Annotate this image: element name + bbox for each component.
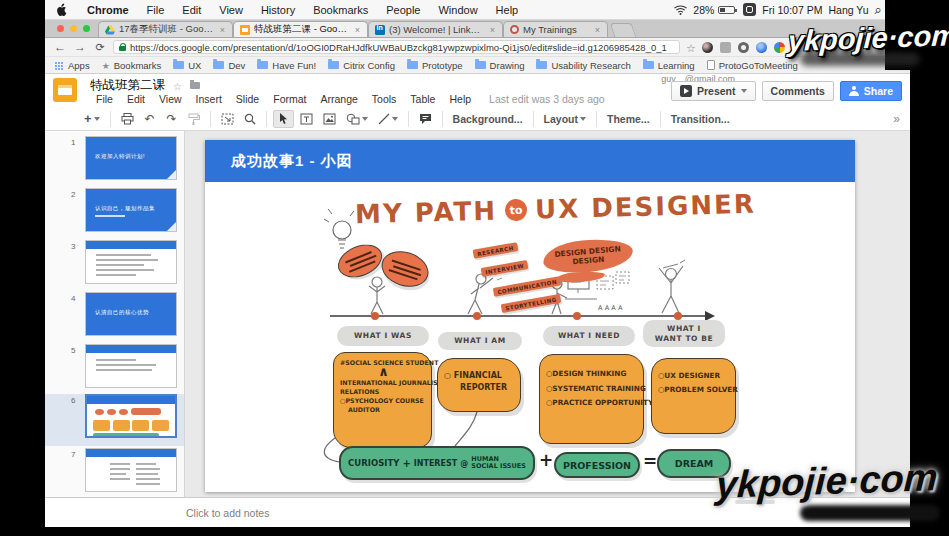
bookmark-folder-usability-research[interactable]: Usability Research xyxy=(536,60,630,71)
slide-thumbnail-2[interactable]: 认识自己，规划作品集 xyxy=(85,188,177,232)
battery-status[interactable]: 28% xyxy=(693,4,737,16)
last-edit-status[interactable]: Last edit was 3 days ago xyxy=(479,93,605,105)
menu-tools[interactable]: Tools xyxy=(366,93,403,105)
google-slides-logo[interactable] xyxy=(53,78,77,102)
theme-button[interactable]: Theme... xyxy=(603,110,654,128)
toolbar-overflow-icon[interactable] xyxy=(893,112,898,126)
slide-thumbnail-5[interactable] xyxy=(85,344,177,388)
slide-thumbnail-row[interactable]: 1 欢迎加入特训计划! xyxy=(45,136,185,186)
insert-line-button[interactable] xyxy=(374,110,402,128)
bookmark-folder-learning[interactable]: Learning xyxy=(643,60,695,71)
tab-google-slides-active[interactable]: 特战班第二课 - Google Sli × xyxy=(233,21,368,37)
bookmark-bookmarks[interactable]: Bookmarks xyxy=(102,60,162,71)
menu-slide[interactable]: Slide xyxy=(230,93,265,105)
slide-thumbnail-1[interactable]: 欢迎加入特训计划! xyxy=(85,136,177,180)
print-button[interactable] xyxy=(117,110,138,128)
background-button[interactable]: Background... xyxy=(449,110,527,128)
slide-thumbnail-4[interactable]: 认清自己的核心优势 xyxy=(85,292,177,336)
globe-extension-icon[interactable] xyxy=(756,42,767,53)
menubar-item-help[interactable]: Help xyxy=(487,4,528,16)
present-button[interactable]: Present xyxy=(671,81,756,101)
new-tab-button[interactable] xyxy=(610,23,637,37)
bookmark-folder-ux[interactable]: UX xyxy=(173,60,201,71)
zoom-window-button[interactable] xyxy=(83,25,90,32)
address-bar[interactable]: https://docs.google.com/presentation/d/1… xyxy=(113,40,680,54)
menu-table[interactable]: Table xyxy=(404,93,441,105)
tab-my-trainings[interactable]: My Trainings × xyxy=(503,21,608,37)
new-slide-button[interactable] xyxy=(80,110,104,128)
bookmark-folder-drawing[interactable]: Drawing xyxy=(475,60,525,71)
back-button[interactable] xyxy=(53,40,67,54)
select-tool-button[interactable] xyxy=(273,110,294,128)
text-box-button[interactable] xyxy=(296,110,317,128)
zoom-fit-button[interactable] xyxy=(217,110,238,128)
gear-extension-icon[interactable] xyxy=(738,42,749,53)
zoom-button[interactable] xyxy=(240,110,260,128)
slide-thumbnail-row[interactable]: 4 认清自己的核心优势 xyxy=(45,292,185,342)
menubar-item-file[interactable]: File xyxy=(138,4,174,16)
menu-file[interactable]: File xyxy=(90,93,119,105)
slide-canvas-area[interactable]: 成功故事1 - 小囡 xyxy=(185,131,910,497)
slide-thumbnail-row[interactable]: 2 认识自己，规划作品集 xyxy=(45,188,185,238)
menu-help[interactable]: Help xyxy=(443,93,477,105)
transition-button[interactable]: Transition... xyxy=(667,110,734,128)
menu-view[interactable]: View xyxy=(153,93,188,105)
menubar-item-window[interactable]: Window xyxy=(429,4,486,16)
slide-thumbnail-row[interactable]: 5 xyxy=(45,344,185,394)
menubar-user[interactable]: Hang Yu xyxy=(828,4,868,16)
share-button[interactable]: Share xyxy=(840,81,902,101)
tab-linkedin[interactable]: (3) Welcome! | LinkedIn × xyxy=(368,21,503,37)
menubar-item-view[interactable]: View xyxy=(210,4,252,16)
bookmark-folder-citrix-config[interactable]: Citrix Config xyxy=(328,60,395,71)
menubar-clock[interactable]: Fri 10:07 PM xyxy=(762,4,822,16)
spotlight-search-icon[interactable] xyxy=(875,2,882,18)
tab-close-icon[interactable]: × xyxy=(219,25,226,35)
bookmark-folder-prototype[interactable]: Prototype xyxy=(407,60,463,71)
menubar-item-history[interactable]: History xyxy=(252,4,304,16)
slide-thumbnail-6-current[interactable] xyxy=(85,394,177,438)
tab-close-icon[interactable]: × xyxy=(594,25,601,35)
apple-icon[interactable] xyxy=(57,3,68,16)
document-title[interactable]: 特战班第二课 xyxy=(90,77,165,94)
redo-button[interactable] xyxy=(162,110,182,128)
slide-thumbnail-row[interactable]: 3 xyxy=(45,240,185,290)
slide-thumbnail-row[interactable]: 7 xyxy=(45,448,185,497)
slide-body[interactable]: MY PATH to UX DESIGNER RESEARCH xyxy=(205,182,855,492)
menubar-item-chrome[interactable]: Chrome xyxy=(78,4,138,16)
slide-thumbnail-row-selected[interactable]: 6 xyxy=(45,394,185,446)
bookmark-protogotomeeting[interactable]: ProtoGoToMeeting xyxy=(707,60,798,71)
notes-placeholder[interactable]: Click to add notes xyxy=(186,507,269,519)
bookmark-star-icon[interactable] xyxy=(686,38,696,56)
menu-arrange[interactable]: Arrange xyxy=(314,93,363,105)
pinwheel-extension-icon[interactable] xyxy=(774,42,785,53)
insert-shape-button[interactable] xyxy=(342,110,372,128)
reload-button[interactable] xyxy=(93,40,107,54)
star-document-icon[interactable] xyxy=(173,79,182,93)
tab-google-drive[interactable]: 17春季特训班 - Google Dr × xyxy=(98,21,233,37)
insert-comment-button[interactable] xyxy=(415,110,436,128)
move-to-folder-icon[interactable] xyxy=(190,82,200,89)
menu-insert[interactable]: Insert xyxy=(190,93,228,105)
wifi-icon[interactable] xyxy=(674,5,687,15)
bookmark-folder-dev[interactable]: Dev xyxy=(213,60,245,71)
slide-thumbnail-3[interactable] xyxy=(85,240,177,284)
menubar-item-people[interactable]: People xyxy=(377,4,429,16)
paint-format-button[interactable] xyxy=(184,110,204,128)
insert-image-button[interactable] xyxy=(319,110,340,128)
bookmark-folder-have-fun[interactable]: Have Fun! xyxy=(257,60,316,71)
layout-button[interactable]: Layout xyxy=(540,110,590,128)
undo-button[interactable] xyxy=(140,110,160,128)
current-slide[interactable]: 成功故事1 - 小囡 xyxy=(205,140,855,492)
menu-format[interactable]: Format xyxy=(267,93,312,105)
slide-title-bar[interactable]: 成功故事1 - 小囡 xyxy=(205,140,855,182)
bookmark-apps[interactable]: Apps xyxy=(55,60,90,71)
tab-close-icon[interactable]: × xyxy=(354,25,361,35)
extension-icon[interactable] xyxy=(720,42,731,53)
url-text[interactable]: https://docs.google.com/presentation/d/1… xyxy=(130,42,667,53)
extension-avatar-icon[interactable] xyxy=(702,42,713,53)
secure-lock-icon[interactable] xyxy=(119,43,126,51)
menubar-item-edit[interactable]: Edit xyxy=(173,4,210,16)
close-window-button[interactable] xyxy=(57,25,64,32)
comments-button[interactable]: Comments xyxy=(762,81,834,101)
screenshot-app-icon[interactable] xyxy=(743,3,756,16)
